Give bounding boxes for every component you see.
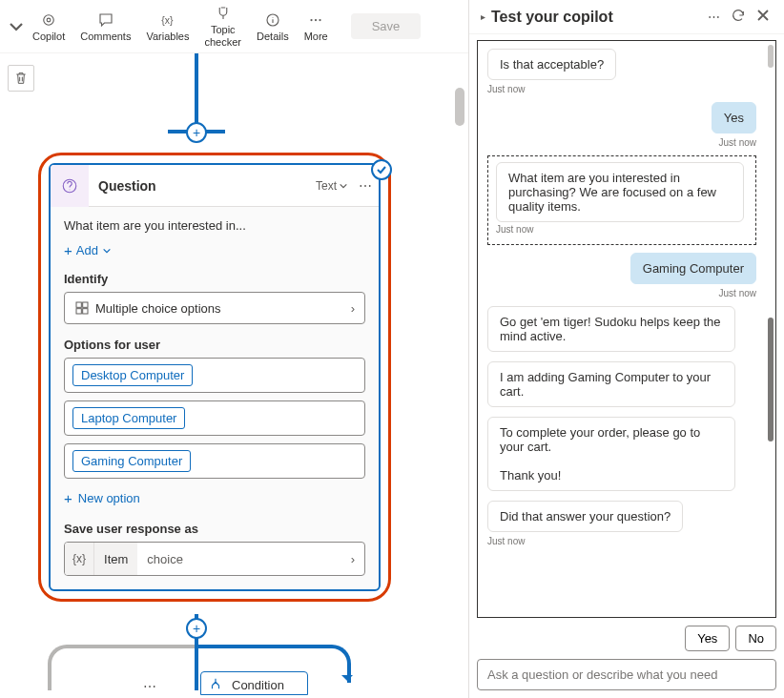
- toolbar-dropdown-icon[interactable]: [8, 18, 25, 35]
- bot-message[interactable]: Did that answer your question?: [487, 501, 683, 532]
- svg-point-1: [47, 18, 51, 22]
- chat-scrollbar[interactable]: [768, 45, 774, 68]
- add-node-top[interactable]: +: [186, 122, 207, 143]
- suggested-no[interactable]: No: [735, 626, 776, 651]
- copilot-button[interactable]: Copilot: [25, 8, 72, 46]
- svg-point-0: [44, 14, 54, 25]
- svg-text:{x}: {x}: [161, 13, 174, 25]
- chevron-right-icon: ›: [351, 301, 355, 316]
- svg-rect-11: [83, 309, 88, 314]
- chat-scrollbar[interactable]: [768, 318, 774, 441]
- canvas-scrollbar[interactable]: [455, 88, 464, 126]
- new-option-button[interactable]: +New option: [64, 490, 140, 506]
- question-node[interactable]: Question Text ⋯ What item are you intere…: [49, 163, 381, 591]
- timestamp: Just now: [487, 137, 756, 148]
- option-input[interactable]: Gaming Computer: [64, 443, 365, 479]
- timestamp: Just now: [487, 84, 756, 94]
- variable-selector[interactable]: {x} Item choice ›: [64, 542, 365, 576]
- bot-message[interactable]: What item are you interested in purchasi…: [496, 162, 744, 222]
- close-icon[interactable]: [753, 9, 773, 25]
- option-input[interactable]: Laptop Computer: [64, 400, 365, 436]
- trash-icon[interactable]: [8, 65, 34, 92]
- bot-message[interactable]: Go get 'em tiger! Sudoku helps keep the …: [487, 306, 735, 352]
- details-button[interactable]: Details: [249, 8, 297, 46]
- variables-button[interactable]: {x}Variables: [138, 8, 196, 46]
- more-button[interactable]: More: [297, 8, 336, 46]
- svg-rect-9: [83, 302, 88, 307]
- branch-more[interactable]: ⋯: [143, 679, 158, 694]
- suggested-yes[interactable]: Yes: [685, 626, 730, 651]
- svg-rect-8: [76, 302, 81, 307]
- variable-icon: {x}: [65, 543, 93, 575]
- collapse-icon[interactable]: ▸: [481, 11, 485, 22]
- add-node-bottom[interactable]: +: [186, 618, 207, 639]
- bot-message[interactable]: Is that acceptable?: [487, 49, 616, 80]
- svg-point-5: [315, 18, 317, 20]
- chat-input[interactable]: Ask a question or describe what you need: [477, 659, 776, 690]
- node-more-icon[interactable]: ⋯: [352, 178, 379, 194]
- save-response-label: Save user response as: [64, 522, 365, 536]
- bot-message[interactable]: To complete your order, please go to you…: [487, 417, 735, 491]
- chevron-right-icon: ›: [341, 552, 364, 566]
- text-variation-dropdown[interactable]: Text: [312, 179, 352, 193]
- chat-window: Is that acceptable? Just now Yes Just no…: [477, 40, 776, 618]
- add-button[interactable]: +Add: [64, 242, 112, 258]
- timestamp: Just now: [496, 224, 748, 235]
- timestamp: Just now: [487, 288, 756, 298]
- condition-node[interactable]: Condition: [200, 671, 308, 695]
- branch-icon: [209, 677, 222, 693]
- bot-message[interactable]: I am adding Gaming Computer to your cart…: [487, 361, 735, 407]
- arrow-annotation: [630, 40, 669, 45]
- user-message[interactable]: Yes: [712, 102, 756, 133]
- svg-point-6: [320, 18, 321, 20]
- option-input[interactable]: Desktop Computer: [64, 358, 365, 393]
- comments-button[interactable]: Comments: [72, 8, 138, 46]
- authoring-canvas[interactable]: + Question Text ⋯ What item are you inte…: [0, 53, 468, 698]
- identify-label: Identify: [64, 272, 365, 286]
- test-panel-title: Test your copilot: [491, 9, 698, 26]
- save-button: Save: [351, 13, 422, 39]
- question-icon: [51, 165, 89, 207]
- highlight-annotation: Question Text ⋯ What item are you intere…: [38, 153, 391, 602]
- identify-selector[interactable]: Multiple choice options ›: [64, 292, 365, 324]
- checkmark-icon: [371, 159, 392, 180]
- timestamp: Just now: [487, 536, 756, 546]
- topic-checker-button[interactable]: Topic checker: [196, 1, 249, 51]
- tracked-message: What item are you interested in purchasi…: [487, 155, 756, 245]
- test-panel: ▸ Test your copilot ⋯ Is that acceptable…: [469, 0, 784, 698]
- svg-point-4: [311, 18, 313, 20]
- question-text[interactable]: What item are you interested in...: [64, 218, 365, 233]
- node-title: Question: [89, 178, 312, 194]
- user-message[interactable]: Gaming Computer: [630, 253, 756, 284]
- svg-rect-10: [76, 309, 81, 314]
- panel-more-icon[interactable]: ⋯: [704, 10, 723, 24]
- refresh-icon[interactable]: [729, 8, 748, 26]
- options-label: Options for user: [64, 338, 365, 352]
- toolbar: Copilot Comments {x}Variables Topic chec…: [0, 0, 468, 53]
